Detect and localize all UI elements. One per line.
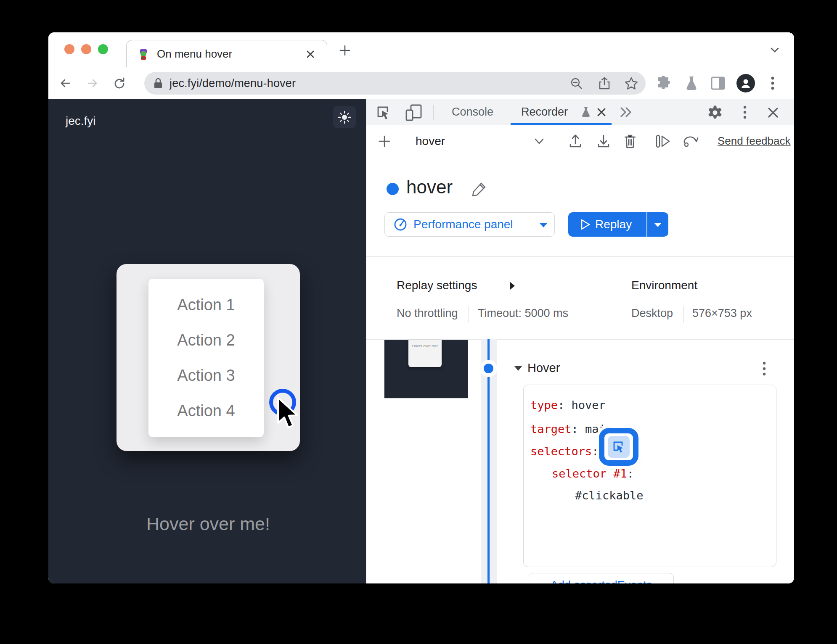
profile-avatar[interactable] <box>736 74 755 92</box>
replay-settings-label[interactable]: Replay settings <box>397 279 477 292</box>
rerun-icon[interactable] <box>681 134 699 150</box>
selector-picker-highlight-ring <box>599 428 638 466</box>
devtools-menu-kebab-icon[interactable] <box>739 104 751 121</box>
menu-item-action-1[interactable]: Action 1 <box>148 296 264 314</box>
lock-icon <box>153 77 164 90</box>
tab-title: On menu hover <box>157 48 232 61</box>
reload-button[interactable] <box>112 77 127 91</box>
flask-icon[interactable] <box>683 74 700 92</box>
recorder-flask-icon <box>579 105 593 119</box>
share-icon[interactable] <box>597 76 612 91</box>
delete-recording-icon[interactable] <box>622 132 638 150</box>
replay-label: Replay <box>595 218 632 231</box>
url-text: jec.fyi/demo/menu-hover <box>170 77 296 90</box>
selector-picker-button[interactable] <box>608 436 630 458</box>
recording-title: hover <box>406 177 453 198</box>
add-asserted-events-button[interactable]: Add assertedEvents <box>529 573 674 583</box>
tab-console[interactable]: Console <box>452 106 493 119</box>
step-name[interactable]: Hover <box>527 361 560 375</box>
bookmark-star-icon[interactable] <box>624 76 639 91</box>
mouse-cursor-icon <box>275 397 302 432</box>
browser-window: On menu hover jec.fyi/dem <box>48 32 794 583</box>
site-brand: jec.fyi <box>66 114 96 128</box>
play-icon <box>579 218 591 231</box>
replay-dropdown-icon[interactable] <box>652 221 663 229</box>
code-key: selectors <box>530 445 592 458</box>
person-icon <box>739 77 752 90</box>
thumbnail-card: Hover over me! <box>408 340 442 367</box>
step-collapse-icon[interactable] <box>512 364 524 373</box>
environment-label: Environment <box>631 279 697 292</box>
send-feedback-link[interactable]: Send feedback <box>718 135 790 148</box>
menu-item-action-4[interactable]: Action 4 <box>148 402 264 420</box>
code-value: #clickable <box>575 489 644 502</box>
back-button[interactable] <box>58 77 72 90</box>
zoom-window-button[interactable] <box>98 44 108 54</box>
code-sep: : <box>627 467 634 480</box>
replay-steps-icon[interactable] <box>654 133 672 150</box>
replay-settings-expand-icon[interactable] <box>509 281 516 291</box>
tab-close-icon[interactable] <box>304 48 317 61</box>
performance-panel-button[interactable]: Performance panel <box>384 212 555 237</box>
sun-icon <box>337 110 352 124</box>
add-asserted-events-label: Add assertedEvents <box>551 579 652 584</box>
recording-select-chevron-icon[interactable] <box>533 137 546 146</box>
step-marker-dot[interactable] <box>484 364 493 373</box>
code-line-selector-1: selector #1: <box>552 467 634 480</box>
replay-button[interactable]: Replay <box>568 212 668 237</box>
step-screenshot-thumbnail[interactable]: Hover over me! <box>384 340 468 399</box>
edit-title-pencil-icon[interactable] <box>470 180 488 198</box>
recording-select-value[interactable]: hover <box>416 135 445 148</box>
settings-gear-icon[interactable] <box>706 104 724 121</box>
extensions-puzzle-icon[interactable] <box>655 75 672 92</box>
performance-dropdown-icon[interactable] <box>538 222 549 229</box>
tab-recorder[interactable]: Recorder <box>521 106 568 119</box>
devtools-tabbar: Console Recorder <box>366 99 794 125</box>
forward-button[interactable] <box>86 77 99 90</box>
export-recording-icon[interactable] <box>567 133 584 150</box>
inspect-element-icon[interactable] <box>376 105 392 121</box>
step-menu-kebab-icon[interactable] <box>759 360 770 377</box>
code-line-selectors: selectors: <box>530 445 599 458</box>
page-viewport: jec.fyi Hover over me! Action 1 Action 2… <box>48 99 366 583</box>
new-tab-button[interactable] <box>338 43 352 58</box>
performance-panel-label: Performance panel <box>413 218 513 231</box>
theme-toggle-button[interactable] <box>333 106 356 128</box>
close-window-button[interactable] <box>64 44 74 54</box>
recorder-controls: hover <box>366 125 794 157</box>
code-key: target <box>530 422 572 435</box>
step-details-box: type: hover target: main selectors: sele… <box>523 385 776 567</box>
code-line-type: type: hover <box>530 399 606 412</box>
devtools-close-icon[interactable] <box>766 106 780 120</box>
code-sep: : <box>572 422 585 435</box>
minimize-window-button[interactable] <box>81 44 91 54</box>
zoom-out-icon[interactable] <box>569 76 584 91</box>
recorder-tab-close-icon[interactable] <box>595 106 608 119</box>
code-sep: : <box>558 399 572 412</box>
menu-item-action-2[interactable]: Action 2 <box>148 331 264 349</box>
browser-tab[interactable]: On menu hover <box>126 40 327 68</box>
add-recording-icon[interactable] <box>377 134 392 148</box>
device-toolbar-icon[interactable] <box>404 103 423 122</box>
browser-menu-kebab-icon[interactable] <box>765 75 780 92</box>
viewport-value: 576×753 px <box>692 307 752 320</box>
code-key: selector #1 <box>552 467 627 480</box>
side-panel-icon[interactable] <box>710 75 726 92</box>
code-line-clickable: #clickable <box>575 489 644 502</box>
tab-favicon-icon <box>138 48 149 60</box>
import-recording-icon[interactable] <box>595 133 612 150</box>
tab-search-chevron-icon[interactable] <box>768 45 781 55</box>
hover-menu: Action 1 Action 2 Action 3 Action 4 <box>148 279 264 437</box>
more-tabs-chevrons-icon[interactable] <box>619 106 635 118</box>
address-bar[interactable]: jec.fyi/demo/menu-hover <box>144 72 646 95</box>
code-key: type <box>530 399 558 412</box>
pick-element-icon <box>611 439 626 454</box>
code-value: hover <box>572 399 606 412</box>
menu-item-action-3[interactable]: Action 3 <box>148 367 264 385</box>
hover-card[interactable]: Hover over me! Action 1 Action 2 Action … <box>117 264 300 451</box>
titlebar: On menu hover <box>48 32 794 67</box>
devtools-panel: Console Recorder <box>366 99 794 583</box>
recording-status-dot <box>387 183 399 195</box>
throttling-value: No throttling <box>397 307 458 320</box>
code-sep: : <box>592 445 599 458</box>
